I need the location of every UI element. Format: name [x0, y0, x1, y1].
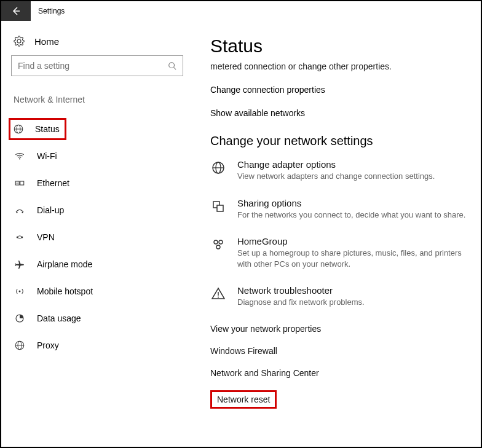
sidebar-item-label: Dial-up — [37, 205, 64, 215]
intro-text: metered connection or change other prope… — [210, 61, 470, 71]
window-title: Settings — [31, 7, 65, 15]
globe-icon — [210, 159, 226, 175]
titlebar: Settings — [1, 1, 481, 21]
ethernet-icon — [14, 178, 26, 189]
option-sub: Set up a homegroup to share pictures, mu… — [237, 248, 470, 269]
sidebar-item-label: Wi-Fi — [37, 151, 57, 161]
sidebar-item-proxy[interactable]: Proxy — [11, 332, 182, 359]
homegroup-option[interactable]: HomeGroup Set up a homegroup to share pi… — [210, 236, 470, 269]
sidebar-item-vpn[interactable]: VPN — [11, 224, 182, 251]
svg-point-16 — [19, 291, 21, 293]
change-connection-properties-link[interactable]: Change connection properties — [210, 85, 470, 95]
gear-icon — [14, 36, 25, 47]
sidebar-item-data-usage[interactable]: Data usage — [11, 305, 182, 332]
option-sub: For the networks you connect to, decide … — [237, 210, 465, 221]
sharing-icon — [210, 198, 226, 214]
sidebar-item-label: Data usage — [37, 313, 81, 323]
option-title: Change adapter options — [237, 159, 435, 170]
svg-rect-8 — [20, 181, 24, 185]
sidebar-item-wifi[interactable]: Wi-Fi — [11, 143, 182, 170]
proxy-icon — [14, 340, 26, 351]
search-input[interactable] — [18, 61, 168, 71]
section-heading: Change your network settings — [210, 134, 470, 148]
change-adapter-options[interactable]: Change adapter options View network adap… — [210, 159, 470, 182]
view-network-properties-link[interactable]: View your network properties — [210, 324, 321, 334]
main-panel: Status metered connection or change othe… — [192, 21, 481, 447]
sidebar-item-label: Mobile hotspot — [37, 286, 93, 296]
sidebar-item-label: Airplane mode — [37, 259, 92, 269]
search-icon — [168, 61, 176, 70]
sidebar: Home Network & Internet Status Wi-Fi — [1, 21, 192, 447]
sidebar-item-ethernet[interactable]: Ethernet — [11, 170, 182, 197]
dialup-icon — [14, 205, 26, 216]
network-reset-link[interactable]: Network reset — [217, 395, 270, 404]
sidebar-item-label: Status — [35, 124, 60, 134]
section-label: Network & Internet — [11, 95, 182, 104]
wifi-icon — [14, 151, 26, 162]
home-link[interactable]: Home — [11, 32, 182, 55]
arrow-left-icon — [11, 6, 21, 16]
svg-point-6 — [19, 159, 20, 160]
homegroup-icon — [210, 236, 226, 252]
svg-point-30 — [218, 297, 219, 298]
option-title: Sharing options — [237, 198, 465, 208]
globe-icon — [13, 124, 24, 135]
show-available-networks-link[interactable]: Show available networks — [210, 108, 470, 118]
option-title: HomeGroup — [237, 236, 470, 246]
data-usage-icon — [14, 313, 26, 324]
page-title: Status — [210, 36, 470, 57]
svg-point-12 — [16, 212, 17, 213]
svg-point-13 — [22, 212, 23, 213]
option-sub: Diagnose and fix network problems. — [237, 297, 365, 308]
svg-point-1 — [169, 63, 175, 68]
svg-point-26 — [214, 240, 218, 244]
sidebar-item-label: Ethernet — [37, 178, 69, 188]
back-button[interactable] — [1, 1, 31, 21]
sidebar-item-airplane[interactable]: Airplane mode — [11, 251, 182, 278]
vpn-icon — [14, 232, 26, 243]
sidebar-item-dialup[interactable]: Dial-up — [11, 197, 182, 224]
warning-icon — [210, 285, 226, 301]
sidebar-item-hotspot[interactable]: Mobile hotspot — [11, 278, 182, 305]
svg-point-27 — [219, 240, 223, 244]
option-title: Network troubleshooter — [237, 285, 365, 296]
sidebar-item-label: VPN — [37, 232, 55, 242]
option-sub: View network adapters and change connect… — [237, 171, 435, 182]
svg-rect-25 — [217, 205, 223, 211]
hotspot-icon — [14, 286, 26, 297]
sidebar-item-status[interactable]: Status — [11, 116, 182, 143]
home-label: Home — [34, 36, 59, 47]
sharing-options[interactable]: Sharing options For the networks you con… — [210, 198, 470, 221]
svg-point-28 — [216, 245, 220, 249]
sidebar-item-label: Proxy — [37, 340, 59, 350]
windows-firewall-link[interactable]: Windows Firewall — [210, 346, 277, 356]
airplane-icon — [14, 259, 26, 270]
network-troubleshooter[interactable]: Network troubleshooter Diagnose and fix … — [210, 285, 470, 308]
network-sharing-center-link[interactable]: Network and Sharing Center — [210, 368, 319, 378]
search-box[interactable] — [11, 55, 183, 76]
svg-line-2 — [174, 68, 176, 70]
